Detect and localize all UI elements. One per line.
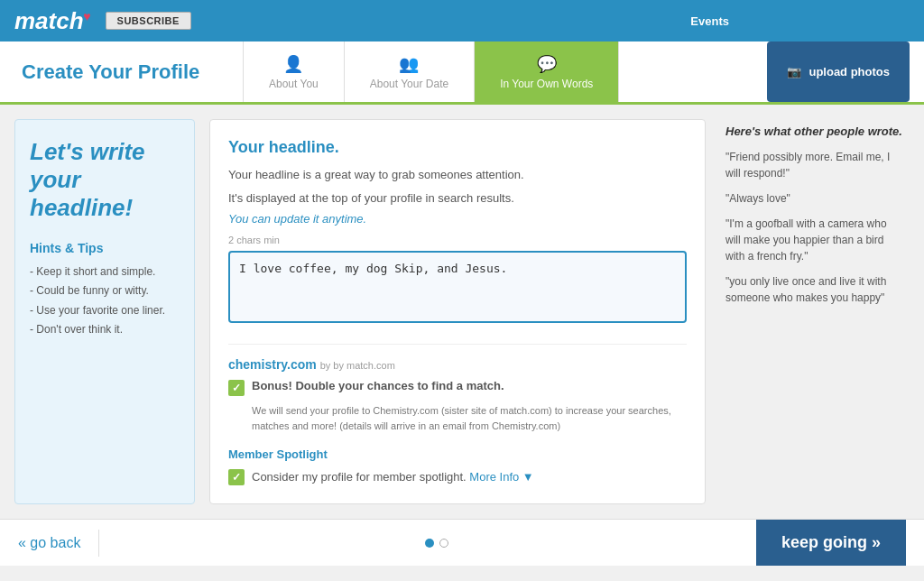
logo-text: match [14,7,84,34]
by-match-text: by by match.com [320,360,395,371]
tab-about-you[interactable]: 👤 About You [244,42,345,102]
footer-divider [98,530,99,557]
spotlight-text: Consider my profile for member spotlight… [252,470,534,484]
camera-icon: 📷 [787,65,801,78]
spotlight-row: Consider my profile for member spotlight… [228,468,687,485]
upload-photos-button[interactable]: 📷 upload photos [767,42,910,102]
right-panel: Here's what other people wrote. "Friend … [720,119,910,504]
more-info-link[interactable]: More Info ▼ [469,470,533,484]
tab-in-your-own-words-label: In Your Own Words [500,78,593,90]
description-line2: It's displayed at the top of your profil… [228,189,687,208]
spotlight-checkbox[interactable] [228,469,245,485]
chemistry-checkbox[interactable] [228,380,245,396]
update-note: You can update it anytime. [228,212,687,226]
chat-icon: 💬 [537,54,557,74]
hints-list: - Keep it short and simple. - Could be f… [30,263,180,340]
logo: match♥ [14,7,84,35]
nav-bar: Create Your Profile 👤 About You 👥 About … [0,42,924,105]
dot-1 [425,539,434,548]
chemistry-section: chemistry.com by by match.com Bonus! Dou… [228,344,687,433]
quote-1: "Friend possibly more. Email me, I will … [725,149,904,181]
tab-about-your-date[interactable]: 👥 About Your Date [345,42,475,102]
spotlight-title: Member Spotlight [228,447,687,461]
footer: « go back keep going » [0,519,924,566]
bonus-label: Bonus! Double your chances to find a mat… [252,379,504,392]
headline-graphic: Let's write your headline! [30,138,180,223]
main-content: Let's write your headline! Hints & Tips … [0,105,924,519]
others-title: Here's what other people wrote. [725,124,904,138]
bonus-desc: We will send your profile to Chemistry.c… [252,403,687,433]
hint-4: - Don't over think it. [30,320,180,340]
quote-4: "you only live once and live it with som… [725,273,904,306]
person-icon: 👤 [283,54,303,74]
left-panel: Let's write your headline! Hints & Tips … [14,119,195,504]
hint-1: - Keep it short and simple. [30,263,180,282]
subscribe-button[interactable]: SUBSCRIBE [106,12,191,30]
headline-input[interactable]: I love coffee, my dog Skip, and Jesus. [228,251,687,323]
chemistry-logo-text: chemistry.com [228,357,317,372]
chemistry-logo: chemistry.com by by match.com [228,357,687,372]
go-back-button[interactable]: « go back [18,535,80,551]
tab-in-your-own-words[interactable]: 💬 In Your Own Words [475,42,619,102]
quote-2: "Always love" [725,190,904,207]
hint-3: - Use your favorite one liner. [30,301,180,321]
chemistry-checkbox-row: Bonus! Double your chances to find a mat… [228,379,687,396]
events-link[interactable]: Events [690,14,729,28]
header: match♥ SUBSCRIBE Events [0,0,924,42]
spotlight-section: Member Spotlight Consider my profile for… [228,447,687,485]
upload-photos-label: upload photos [808,65,890,78]
tab-about-your-date-label: About Your Date [370,78,448,90]
page-title: Create Your Profile [0,42,244,102]
dot-2 [439,539,448,548]
keep-going-button[interactable]: keep going » [756,520,906,567]
char-min: 2 chars min [228,235,687,245]
progress-dots [425,539,448,548]
tab-about-you-label: About You [269,78,319,90]
people-icon: 👥 [399,54,419,74]
hints-title: Hints & Tips [30,241,180,255]
logo-heart: ♥ [83,9,90,23]
quote-3: "I'm a goofball with a camera who will m… [725,216,904,264]
hint-2: - Could be funny or witty. [30,281,180,301]
description-line1: Your headline is a great way to grab som… [228,166,687,184]
center-panel: Your headline. Your headline is a great … [209,119,706,504]
section-title: Your headline. [228,138,687,157]
